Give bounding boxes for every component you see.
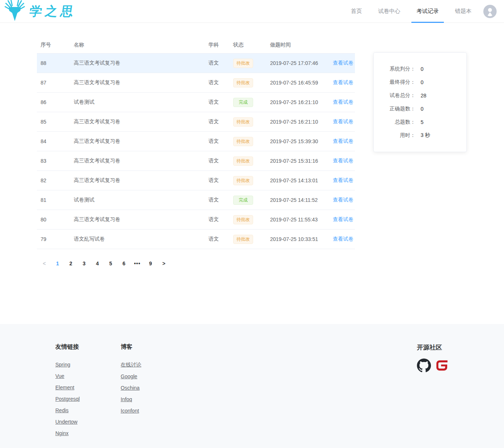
table-row[interactable]: 83 高三语文考试复习卷 语文 待批改 2019-07-25 15:31:16 … (37, 151, 355, 171)
pagination-item[interactable]: 2 (66, 258, 76, 269)
status-badge: 待批改 (233, 117, 253, 127)
github-icon[interactable] (417, 358, 431, 374)
footer-link[interactable]: Element (55, 385, 74, 390)
cell-time: 2019-07-25 16:21:10 (266, 99, 329, 105)
cell-subject: 语文 (205, 99, 229, 106)
gitee-icon[interactable] (435, 358, 449, 374)
table-row[interactable]: 79 语文乱写试卷 语文 待批改 2019-07-25 10:33:51 查看试… (37, 230, 355, 249)
cell-subject: 语文 (205, 197, 229, 203)
cell-subject: 语文 (205, 60, 229, 66)
cell-subject: 语文 (205, 138, 229, 145)
cell-status: 待批改 (229, 117, 266, 127)
cell-action: 查看试卷 (329, 138, 355, 145)
cell-status: 待批改 (229, 235, 266, 244)
cell-name: 高三语文考试复习卷 (70, 79, 205, 86)
cell-name: 试卷测试 (70, 99, 205, 106)
footer-link[interactable]: Iconfont (121, 408, 139, 414)
table-row[interactable]: 81 试卷测试 语文 完成 2019-07-25 14:11:52 查看试卷 (37, 190, 355, 210)
footer-link[interactable]: Postgresql (55, 396, 80, 402)
footer-links-title: 友情链接 (55, 343, 121, 351)
footer-link-item: 在线讨论 (121, 361, 186, 368)
status-badge: 待批改 (233, 215, 253, 224)
cell-action: 查看试卷 (329, 79, 355, 86)
footer-link[interactable]: Undertow (55, 419, 77, 425)
footer: 友情链接 Spring Vue Element Postgresql Redis… (0, 324, 504, 448)
cell-time: 2019-07-25 17:07:46 (266, 60, 329, 66)
view-paper-link[interactable]: 查看试卷 (333, 158, 353, 163)
cell-action: 查看试卷 (329, 197, 355, 203)
brand-logo[interactable]: 学之思 (0, 0, 76, 23)
table-row[interactable]: 82 高三语文考试复习卷 语文 待批改 2019-07-25 14:13:01 … (37, 171, 355, 190)
status-badge: 完成 (233, 196, 253, 205)
pagination-item[interactable]: 4 (92, 258, 103, 269)
footer-link[interactable]: 在线讨论 (121, 362, 141, 368)
view-paper-link[interactable]: 查看试卷 (333, 79, 353, 85)
pagination-item[interactable]: 9 (145, 258, 156, 269)
status-badge: 待批改 (233, 176, 253, 185)
cell-subject: 语文 (205, 177, 229, 184)
view-paper-link[interactable]: 查看试卷 (333, 60, 353, 66)
footer-link-item: Vue (55, 373, 121, 379)
pagination-item[interactable]: ••• (132, 258, 142, 269)
cell-status: 待批改 (229, 176, 266, 185)
stat-label: 用时： (374, 132, 415, 139)
cell-status: 完成 (229, 196, 266, 205)
table-row[interactable]: 80 高三语文考试复习卷 语文 待批改 2019-07-25 11:55:43 … (37, 210, 355, 230)
brand-name: 学之思 (28, 3, 76, 20)
main-content: 序号 名称 学科 状态 做题时间 88 高三语文考试复习卷 语文 待批改 201… (0, 23, 504, 324)
cell-name: 高三语文考试复习卷 (70, 138, 205, 145)
cell-id: 86 (37, 99, 70, 105)
footer-link-item: Element (55, 384, 121, 391)
cell-name: 高三语文考试复习卷 (70, 60, 205, 66)
footer-link[interactable]: Google (121, 373, 137, 379)
score-summary-list: 系统判分： 0 最终得分： 0 试卷总分： 28 正确题数： 0 总题数： 5 … (374, 62, 466, 142)
table-row[interactable]: 85 高三语文考试复习卷 语文 待批改 2019-07-25 16:21:10 … (37, 112, 355, 132)
footer-link[interactable]: Vue (55, 373, 64, 379)
view-paper-link[interactable]: 查看试卷 (333, 99, 353, 105)
user-avatar[interactable] (483, 5, 497, 18)
pagination-item[interactable]: 3 (79, 258, 89, 269)
pagination-item[interactable]: > (159, 258, 169, 269)
cell-status: 完成 (229, 98, 266, 107)
table-row[interactable]: 88 高三语文考试复习卷 语文 待批改 2019-07-25 17:07:46 … (37, 54, 355, 73)
footer-link[interactable]: Redis (55, 407, 69, 413)
pagination-item[interactable]: 5 (106, 258, 116, 269)
view-paper-link[interactable]: 查看试卷 (333, 216, 353, 222)
stat-value: 28 (421, 93, 427, 99)
stat-row: 系统判分： 0 (374, 62, 466, 76)
cell-subject: 语文 (205, 79, 229, 86)
view-paper-link[interactable]: 查看试卷 (333, 118, 353, 124)
exam-records-table: 序号 名称 学科 状态 做题时间 88 高三语文考试复习卷 语文 待批改 201… (37, 37, 355, 249)
footer-link-item: Oschina (121, 385, 186, 391)
table-row[interactable]: 86 试卷测试 语文 完成 2019-07-25 16:21:10 查看试卷 (37, 93, 355, 112)
stat-value: 0 (421, 79, 424, 85)
footer-link-item: Iconfont (121, 407, 186, 414)
view-paper-link[interactable]: 查看试卷 (333, 138, 353, 144)
stat-value: 0 (421, 66, 424, 72)
footer-link-item: Nginx (55, 430, 121, 437)
stat-row: 正确题数： 0 (374, 102, 466, 116)
footer-link[interactable]: Infoq (121, 396, 132, 402)
footer-link[interactable]: Oschina (121, 385, 139, 391)
col-header-time: 做题时间 (266, 42, 329, 48)
table-row[interactable]: 84 高三语文考试复习卷 语文 待批改 2019-07-25 15:39:30 … (37, 132, 355, 151)
nav-item[interactable]: 错题本 (447, 0, 480, 23)
nav-item[interactable]: 试卷中心 (370, 0, 408, 23)
status-badge: 待批改 (233, 235, 253, 244)
cell-status: 待批改 (229, 59, 266, 68)
stat-row: 最终得分： 0 (374, 76, 466, 89)
nav-item[interactable]: 首页 (343, 0, 370, 23)
view-paper-link[interactable]: 查看试卷 (333, 197, 353, 203)
cell-id: 84 (37, 138, 70, 144)
pagination-item[interactable]: 1 (52, 258, 63, 269)
footer-link[interactable]: Spring (55, 362, 70, 368)
footer-link-item: Postgresql (55, 396, 121, 402)
cell-id: 80 (37, 217, 70, 223)
pagination-item[interactable]: 6 (119, 258, 129, 269)
view-paper-link[interactable]: 查看试卷 (333, 177, 353, 183)
table-row[interactable]: 87 高三语文考试复习卷 语文 待批改 2019-07-25 16:45:59 … (37, 73, 355, 93)
nav-item[interactable]: 考试记录 (408, 0, 447, 23)
pagination-item[interactable]: < (39, 258, 49, 269)
footer-link[interactable]: Nginx (55, 430, 69, 436)
view-paper-link[interactable]: 查看试卷 (333, 236, 353, 242)
